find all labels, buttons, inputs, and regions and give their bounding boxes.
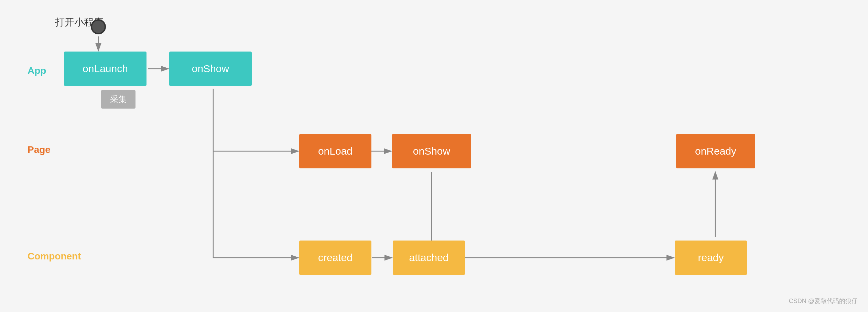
onlaunch-box: onLaunch [64,52,147,86]
onshow-page-box: onShow [392,134,471,168]
start-circle [91,19,106,34]
watermark: CSDN @爱敲代码的狼仔 [789,297,858,305]
onload-box: onLoad [299,134,371,168]
onshow-app-box: onShow [169,52,252,86]
component-label: Component [28,251,81,262]
diagram-container: 打开小程序 App Page Component onLaunch onShow… [0,0,868,312]
created-box: created [299,241,371,275]
caiji-box: 采集 [101,90,135,109]
onready-box: onReady [676,134,755,168]
page-label: Page [28,144,51,155]
attached-box: attached [393,241,465,275]
ready-box: ready [675,241,747,275]
app-label: App [28,65,46,76]
